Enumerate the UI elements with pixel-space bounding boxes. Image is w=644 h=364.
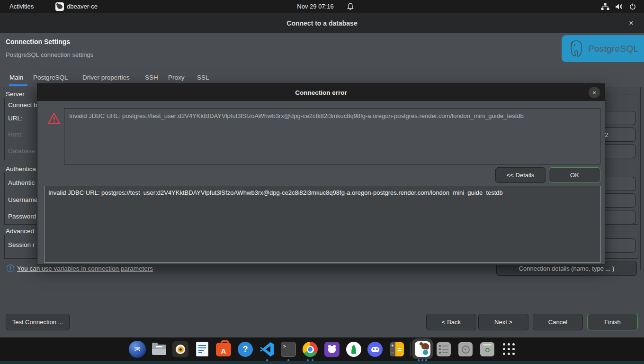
running-dot-dbeaver [418,359,420,361]
postgresql-logo: PostgreSQL [562,35,644,62]
notification-bell-icon [346,2,355,11]
desktop-strip [0,361,644,364]
tab-ssh[interactable]: SSH [145,74,158,81]
running-dot-chrome-2 [312,359,313,361]
cancel-button[interactable]: Cancel [533,314,583,330]
dock-separator [410,342,411,356]
system-top-bar: Activities dbeaver-ce Nov 29 07:16 [0,0,644,13]
error-dialog-title-bar: Connection error [37,84,605,101]
dock-mongodb-compass-icon[interactable] [345,341,362,358]
window-title: Connect to a database [0,13,644,33]
authentication-group-label: Authentica [4,165,38,173]
session-role-label: Session r [8,241,35,248]
page-subtitle: PostgreSQL connection settings [6,51,93,58]
active-tab-underline [9,84,27,86]
variables-hint-link[interactable]: You can use variables in connection para… [17,265,153,272]
dock-ubuntu-software-icon[interactable]: A [215,341,232,358]
tab-ssl[interactable]: SSL [197,74,209,81]
info-icon: i [7,264,14,272]
tab-postgresql[interactable]: PostgreSQL [33,74,68,81]
dock-trash-icon[interactable]: ♻ [479,341,496,358]
show-applications-icon[interactable] [501,341,518,358]
dock-rhythmbox-icon[interactable] [172,341,189,358]
advanced-group-label: Advanced [4,228,36,235]
running-dot-dbeaver-3 [425,359,427,361]
authentication-label: Authentic [8,179,35,186]
dock-disks-icon[interactable] [457,341,474,358]
dock-vscode-icon[interactable] [259,341,276,358]
clock[interactable]: Nov 29 07:16 [285,0,346,13]
dock-help-icon[interactable]: ? [237,341,254,358]
desktop: Activities dbeaver-ce Nov 29 07:16 Conne… [0,0,644,364]
dock-libreoffice-writer-icon[interactable] [194,341,211,358]
power-icon[interactable] [629,3,636,10]
wizard-header: Connection Settings PostgreSQL connectio… [0,33,644,87]
error-details-text-area[interactable]: Invalid JDBC URL: postgres://test_user:d… [44,186,601,263]
connection-error-dialog: Connection error × Invalid JDBC URL: pos… [37,83,605,265]
finish-button[interactable]: Finish [587,314,638,330]
window-close-icon[interactable]: × [624,13,638,33]
activities-button[interactable]: Activities [9,0,34,13]
tab-main[interactable]: Main [9,74,23,81]
username-label: Username [8,196,37,203]
dock-files-icon[interactable] [151,341,168,358]
server-group-label: Server [4,91,27,98]
dock-calculator-icon[interactable]: +−= [388,341,405,358]
dock-dbeaver-icon[interactable] [414,340,431,357]
test-connection-button[interactable]: Test Connection ... [6,314,70,330]
details-toggle-button[interactable]: << Details [495,167,546,183]
ok-button[interactable]: OK [549,167,600,183]
volume-icon[interactable] [615,3,623,10]
dock-chrome-icon[interactable] [302,341,319,358]
tab-driver-properties[interactable]: Driver properties [82,74,130,81]
dock [0,337,644,361]
tab-proxy[interactable]: Proxy [168,74,185,81]
dock-discord-icon[interactable] [367,341,384,358]
dock-thunderbird-icon[interactable]: ✉ [129,341,146,358]
url-label: URL: [8,115,23,122]
postgresql-logo-text: PostgreSQL [588,44,639,54]
connect-by-label: Connect b [8,101,37,109]
next-button[interactable]: Next > [478,314,528,330]
postgresql-elephant-icon [568,39,584,59]
error-message-box: Invalid JDBC URL: postgres://test_user:d… [64,108,600,164]
dock-settings-icon[interactable] [435,341,452,358]
error-dialog-title: Connection error [295,89,347,96]
dock-terminal-icon[interactable]: >_ [280,341,297,358]
page-title: Connection Settings [6,38,70,46]
network-icon[interactable] [600,3,610,10]
window-title-bar: Connect to a database [0,13,644,33]
running-dot-chrome [307,359,309,361]
database-label: Database [8,147,36,155]
dock-github-desktop-icon[interactable] [323,341,340,358]
error-warning-icon [47,111,61,126]
running-dot-dbeaver-2 [421,359,423,361]
running-dot-terminal [287,359,289,361]
password-label: Password [8,213,36,220]
back-button[interactable]: < Back [426,314,476,330]
running-dot-vscode [266,359,268,361]
error-dialog-close-icon[interactable]: × [589,87,600,98]
focused-app-menu[interactable]: dbeaver-ce [67,0,98,13]
dbeaver-app-icon [55,2,64,11]
host-label: Host: [8,131,23,138]
